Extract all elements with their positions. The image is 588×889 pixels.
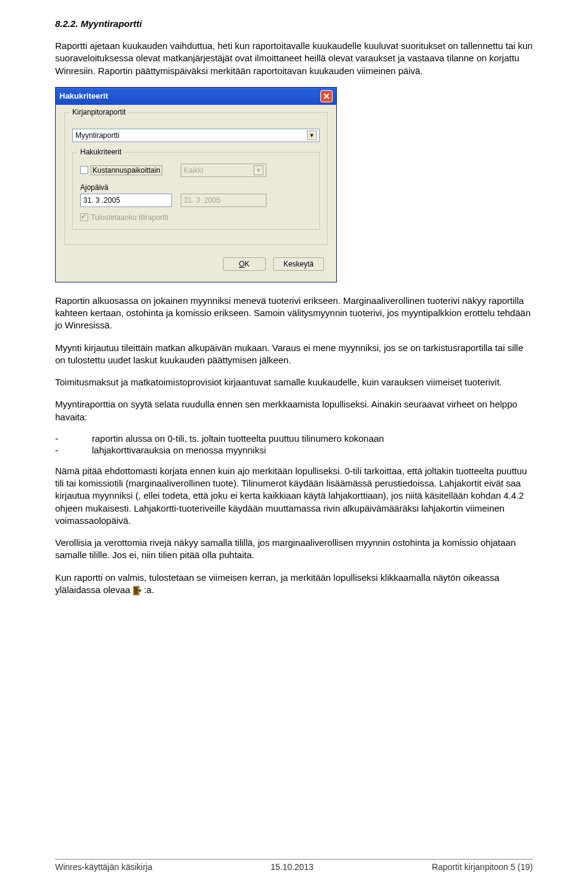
footer-right: Raportit kirjanpitoon 5 (19) [432, 862, 533, 872]
date-to-field: 31. 3 .2005 [181, 194, 266, 207]
bullet-2-text: lahjakorttivarauksia on menossa myynniks… [92, 445, 266, 455]
paragraph-valmis: Kun raportti on valmis, tulostetaan se v… [55, 572, 533, 597]
paragraph-myynti: Myynti kirjautuu tileittäin matkan alkup… [55, 342, 533, 367]
footer-center: 15.10.2013 [271, 862, 314, 872]
date-from-field[interactable]: 31. 3 .2005 [80, 194, 172, 207]
report-type-value: Myyntiraportti [75, 131, 119, 140]
cancel-button[interactable]: Keskeytä [273, 257, 324, 271]
chevron-down-icon: ▼ [254, 165, 263, 175]
paragraph-selaa: Myyntiraporttia on syytä selata ruudulla… [55, 398, 533, 423]
ajopaiva-label: Ajopäivä [80, 183, 312, 192]
inner-criteria-group: Hakukriteerit Kustannuspaikoittain Kaikk… [72, 152, 320, 230]
valmis-text-a: Kun raportti on valmis, tulostetaan se v… [55, 572, 499, 595]
door-exit-icon [133, 586, 141, 596]
list-item: - raportin alussa on 0-tili, ts. joltain… [55, 433, 533, 444]
paragraph-korjata: Nämä pitää ehdottomasti korjata ennen ku… [55, 465, 533, 527]
ok-label-rest: K [244, 260, 249, 268]
hakukriteerit-window: Hakukriteerit Kirjanpitoraportit Myyntir… [55, 87, 337, 282]
close-icon[interactable] [320, 90, 333, 102]
error-list: - raportin alussa on 0-tili, ts. joltain… [55, 433, 533, 455]
kustannuspaikoittain-checkbox[interactable] [80, 166, 88, 174]
kustannuspaikoittain-label: Kustannuspaikoittain [91, 165, 162, 175]
chevron-down-icon[interactable]: ▼ [307, 131, 317, 140]
bullet-dash: - [55, 433, 92, 444]
page-footer: Winres-käyttäjän käsikirja 15.10.2013 Ra… [55, 859, 533, 872]
window-title: Hakukriteerit [59, 91, 108, 100]
window-titlebar: Hakukriteerit [56, 88, 336, 105]
report-type-dropdown[interactable]: Myyntiraportti ▼ [72, 129, 320, 142]
inner-group-legend: Hakukriteerit [78, 148, 124, 156]
list-item: - lahjakorttivarauksia on menossa myynni… [55, 445, 533, 455]
paragraph-alkuosa: Raportin alkuosassa on jokainen myynniks… [55, 295, 533, 332]
bullet-dash: - [55, 445, 92, 455]
kaikki-value: Kaikki [184, 166, 203, 175]
tab-kirjanpitoraportit[interactable]: Kirjanpitoraportit [70, 108, 128, 116]
ok-button[interactable]: OK [223, 257, 266, 271]
paragraph-verollisia: Verollisia ja verottomia rivejä näkyy sa… [55, 537, 533, 562]
valmis-text-b: :a. [144, 584, 154, 595]
date-from-value: 31. 3 .2005 [83, 196, 120, 205]
tiliraportti-label: Tulostetaanko tiliraportti [91, 213, 168, 222]
intro-paragraph: Raportti ajetaan kuukauden vaihduttua, h… [55, 40, 533, 77]
section-heading: 8.2.2. Myyntiraportti [55, 18, 533, 29]
bullet-1-text: raportin alussa on 0-tili, ts. joltain t… [92, 433, 384, 444]
paragraph-toimitus: Toimitusmaksut ja matkatoimistoprovisiot… [55, 376, 533, 388]
svg-rect-1 [134, 587, 138, 594]
dialog-screenshot: Hakukriteerit Kirjanpitoraportit Myyntir… [55, 87, 533, 282]
kaikki-dropdown: Kaikki ▼ [181, 164, 266, 177]
footer-left: Winres-käyttäjän käsikirja [55, 862, 153, 872]
date-to-value: 31. 3 .2005 [184, 196, 221, 205]
tiliraportti-checkbox [80, 213, 88, 221]
tab-group: Kirjanpitoraportit Myyntiraportti ▼ Haku… [64, 112, 328, 245]
